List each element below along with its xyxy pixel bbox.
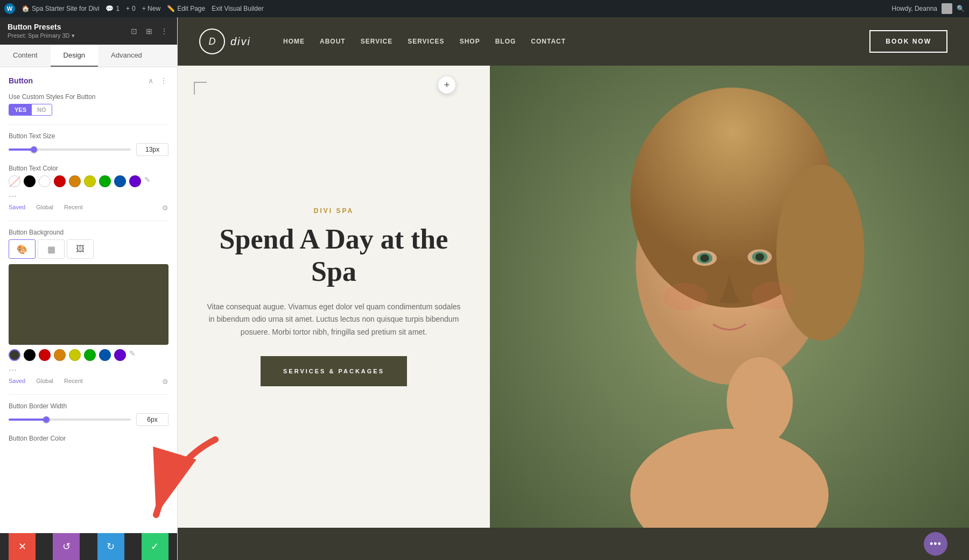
text-color-label: Button Text Color bbox=[9, 165, 168, 172]
svg-point-7 bbox=[700, 254, 709, 262]
color-blue[interactable] bbox=[114, 175, 126, 187]
panel-icon-more[interactable]: ⋮ bbox=[159, 26, 170, 37]
wp-icon[interactable]: W bbox=[4, 3, 15, 14]
nav-contact[interactable]: CONTACT bbox=[531, 38, 566, 45]
nav-services[interactable]: SERVICES bbox=[408, 38, 444, 45]
bg-gradient-btn[interactable]: ▦ bbox=[38, 239, 65, 259]
book-now-button[interactable]: BOOK NOW bbox=[869, 30, 947, 53]
bg-color-palette: ✎ bbox=[9, 349, 168, 361]
tab-content[interactable]: Content bbox=[0, 45, 51, 67]
nav-shop[interactable]: SHOP bbox=[460, 38, 480, 45]
bg-palette-settings-icon[interactable]: ⚙ bbox=[162, 378, 168, 386]
nav-about[interactable]: ABOUT bbox=[320, 38, 346, 45]
panel-tabs: Content Design Advanced bbox=[0, 45, 177, 67]
text-size-input[interactable] bbox=[136, 143, 168, 156]
floating-dots-button[interactable]: ••• bbox=[924, 532, 947, 556]
add-section-button[interactable]: + bbox=[438, 76, 455, 94]
site-header: D divi HOME ABOUT SERVICE SERVICES SHOP … bbox=[178, 17, 969, 66]
text-size-label: Button Text Size bbox=[9, 132, 168, 140]
toggle-yes[interactable]: YES bbox=[9, 104, 32, 115]
text-size-track[interactable] bbox=[9, 148, 131, 151]
nav-blog[interactable]: BLOG bbox=[495, 38, 516, 45]
color-more-dots[interactable]: ··· bbox=[9, 190, 17, 202]
section-icons: ∧ ⋮ bbox=[146, 76, 168, 86]
divider-1 bbox=[9, 124, 168, 125]
bg-color-yellow[interactable] bbox=[69, 349, 81, 361]
border-width-fill bbox=[9, 419, 45, 421]
services-packages-button[interactable]: SERVICES & PACKAGES bbox=[261, 356, 407, 386]
color-preview-box[interactable] bbox=[9, 264, 168, 345]
text-size-thumb[interactable] bbox=[31, 146, 37, 153]
bg-palette-global[interactable]: Global bbox=[36, 378, 53, 386]
section-collapse-icon[interactable]: ∧ bbox=[146, 76, 156, 86]
border-width-thumb[interactable] bbox=[43, 416, 50, 423]
bg-color-purple[interactable] bbox=[114, 349, 126, 361]
bg-palette-recent[interactable]: Recent bbox=[64, 378, 83, 386]
tab-design[interactable]: Design bbox=[51, 45, 98, 67]
tab-advanced[interactable]: Advanced bbox=[98, 45, 155, 67]
palette-labels: Saved Global Recent ⚙ bbox=[9, 204, 168, 212]
confirm-button[interactable]: ✓ bbox=[142, 533, 168, 560]
palette-recent[interactable]: Recent bbox=[64, 204, 83, 212]
divider-3 bbox=[9, 394, 168, 395]
color-green[interactable] bbox=[99, 175, 111, 187]
color-yellow[interactable] bbox=[84, 175, 96, 187]
nav-home[interactable]: HOME bbox=[283, 38, 305, 45]
panel-subtitle[interactable]: Preset: Spa Primary 3D ▾ bbox=[8, 32, 75, 39]
bg-color-pencil-icon[interactable]: ✎ bbox=[129, 349, 141, 361]
plus-zero-link[interactable]: + 0 bbox=[126, 5, 136, 12]
site-name-link[interactable]: 🏠 Spa Starter Site for Divi bbox=[22, 5, 99, 12]
background-field: Button Background 🎨 ▦ 🖼 bbox=[9, 229, 168, 386]
text-color-palette: ✎ bbox=[9, 175, 168, 187]
bg-more-dots[interactable]: ··· bbox=[9, 364, 17, 375]
section-more-icon[interactable]: ⋮ bbox=[159, 76, 168, 86]
bg-color-blue[interactable] bbox=[99, 349, 111, 361]
redo-button[interactable]: ↻ bbox=[97, 533, 124, 560]
user-avatar[interactable] bbox=[942, 3, 952, 14]
section-title: Button bbox=[9, 76, 33, 85]
border-width-field: Button Border Width bbox=[9, 402, 168, 426]
nav-service[interactable]: SERVICE bbox=[361, 38, 392, 45]
border-width-track[interactable] bbox=[9, 419, 131, 421]
bg-color-green[interactable] bbox=[84, 349, 96, 361]
palette-settings-icon[interactable]: ⚙ bbox=[162, 204, 168, 212]
exit-builder-link[interactable]: Exit Visual Builder bbox=[212, 5, 264, 12]
panel-icon-grid[interactable]: ⊞ bbox=[144, 26, 155, 37]
logo-text: divi bbox=[230, 36, 251, 48]
howdy-text: Howdy, Deanna bbox=[892, 5, 938, 12]
cancel-button[interactable]: ✕ bbox=[9, 533, 36, 560]
bg-color-btn[interactable]: 🎨 bbox=[9, 239, 36, 259]
svg-point-10 bbox=[755, 253, 764, 261]
toggle-no[interactable]: NO bbox=[32, 104, 52, 115]
svg-point-11 bbox=[663, 283, 707, 310]
color-pencil-icon[interactable]: ✎ bbox=[144, 175, 156, 187]
bg-color-red[interactable] bbox=[39, 349, 51, 361]
hero-title: Spend A Day at the Spa bbox=[205, 223, 463, 288]
background-label: Button Background bbox=[9, 229, 168, 236]
bg-color-black[interactable] bbox=[24, 349, 36, 361]
custom-styles-field: Use Custom Styles For Button YES NO bbox=[9, 93, 168, 116]
undo-button[interactable]: ↺ bbox=[53, 533, 80, 560]
color-white[interactable] bbox=[39, 175, 51, 187]
bg-color-orange[interactable] bbox=[54, 349, 66, 361]
comments-link[interactable]: 💬 1 bbox=[106, 5, 120, 12]
bg-palette-saved[interactable]: Saved bbox=[9, 378, 25, 386]
border-width-input[interactable] bbox=[136, 413, 168, 426]
new-link[interactable]: + New bbox=[142, 5, 160, 12]
hero-illustration bbox=[490, 66, 969, 528]
color-transparent[interactable] bbox=[9, 175, 20, 187]
bg-color-active[interactable] bbox=[9, 349, 20, 361]
panel-header: Button Presets Preset: Spa Primary 3D ▾ … bbox=[0, 17, 177, 45]
palette-global[interactable]: Global bbox=[36, 204, 53, 212]
bg-image-btn[interactable]: 🖼 bbox=[67, 239, 94, 259]
color-orange[interactable] bbox=[69, 175, 81, 187]
palette-saved[interactable]: Saved bbox=[9, 204, 25, 212]
color-black[interactable] bbox=[24, 175, 36, 187]
color-purple[interactable] bbox=[129, 175, 141, 187]
site-nav: HOME ABOUT SERVICE SERVICES SHOP BLOG CO… bbox=[283, 38, 566, 45]
search-icon[interactable]: 🔍 bbox=[957, 5, 965, 12]
edit-page-link[interactable]: ✏️ Edit Page bbox=[167, 5, 205, 12]
yes-no-toggle[interactable]: YES NO bbox=[9, 104, 52, 116]
color-red[interactable] bbox=[54, 175, 66, 187]
panel-icon-expand[interactable]: ⊡ bbox=[129, 26, 139, 37]
